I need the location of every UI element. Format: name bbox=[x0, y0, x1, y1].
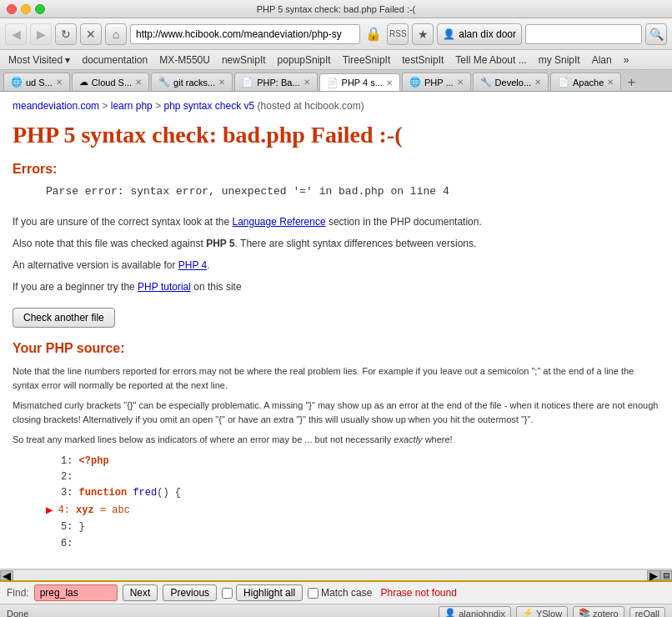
address-bar[interactable] bbox=[130, 24, 360, 44]
maximize-button[interactable] bbox=[35, 4, 45, 14]
home-button[interactable]: ⌂ bbox=[105, 23, 127, 45]
check-another-file-button[interactable]: Check another file bbox=[13, 308, 115, 328]
bookmark-tireesnip[interactable]: TireeSnipIt bbox=[338, 53, 396, 68]
plugin-zotero[interactable]: 📚 zotero bbox=[573, 606, 624, 617]
highlight-area: Highlight all bbox=[222, 584, 303, 601]
forward-button[interactable]: ▶ bbox=[30, 23, 52, 45]
plugin-alanjohndix[interactable]: 👤 alanjohndix bbox=[439, 606, 511, 617]
php-tutorial-link[interactable]: PHP tutorial bbox=[138, 281, 191, 293]
minimize-button[interactable] bbox=[21, 4, 31, 14]
code-line-1: 1: <?php bbox=[46, 454, 659, 469]
paragraph-4: If you are a beginner try the PHP tutori… bbox=[13, 279, 659, 294]
source-note-3: So treat any marked lines below as indic… bbox=[13, 433, 659, 447]
plugin-reqall[interactable]: reQall bbox=[629, 607, 665, 618]
scrollbar-track[interactable] bbox=[13, 570, 647, 580]
highlight-checkbox[interactable] bbox=[222, 588, 233, 599]
profile-icon: 👤 bbox=[443, 28, 455, 40]
breadcrumb-link-2[interactable]: learn php bbox=[111, 100, 153, 112]
arrow-placeholder-2 bbox=[46, 469, 56, 485]
window-controls[interactable] bbox=[7, 4, 45, 14]
match-case-checkbox[interactable] bbox=[308, 588, 318, 599]
bookmark-star[interactable]: ★ bbox=[412, 23, 434, 45]
tab-2[interactable]: 🔧git racks...✕ bbox=[151, 73, 233, 91]
back-button[interactable]: ◀ bbox=[5, 23, 27, 45]
code-text-5: 5: } bbox=[61, 519, 85, 535]
arrow-placeholder-3 bbox=[46, 485, 56, 501]
php5-strong: PHP 5 bbox=[206, 238, 234, 249]
arrow-placeholder-5 bbox=[46, 519, 56, 535]
code-line-4-error: ▶ 4: xyz = abc bbox=[46, 501, 659, 519]
paragraph-1: If you are unsure of the correct syntax … bbox=[13, 214, 659, 229]
tab-7[interactable]: 📄Apache✕ bbox=[550, 73, 621, 91]
arrow-placeholder-6 bbox=[46, 536, 56, 552]
horizontal-scrollbar[interactable]: ◀ ▶ ▤ bbox=[0, 569, 672, 580]
breadcrumb-link-1[interactable]: meandeviation.com bbox=[13, 100, 99, 112]
yslow-label: YSlow bbox=[536, 609, 562, 618]
alanjohndix-icon: 👤 bbox=[444, 608, 456, 617]
bookmark-popupsnip[interactable]: popupSnipIt bbox=[273, 53, 336, 68]
zotero-label: zotero bbox=[593, 609, 619, 618]
code-text-2: 2: bbox=[61, 469, 73, 485]
exactly-em: exactly bbox=[394, 434, 422, 444]
title-bar: PHP 5 syntax check: bad.php Failed :-( bbox=[0, 0, 672, 18]
status-bar: Done 👤 alanjohndix ⚡ YSlow 📚 zotero reQa… bbox=[0, 604, 672, 617]
source-note-1: Note that the line numbers reported for … bbox=[13, 364, 659, 392]
code-line-3: 3: function fred() { bbox=[46, 485, 659, 501]
code-line-2: 2: bbox=[46, 469, 659, 485]
tabs-bar: 🌐ud S...✕ ☁Cloud S...✕ 🔧git racks...✕ 📄P… bbox=[0, 70, 672, 92]
paragraph-3: An alternative version is available for … bbox=[13, 258, 659, 273]
breadcrumb-hosted: (hosted at hcibook.com) bbox=[258, 100, 364, 112]
new-tab-button[interactable]: + bbox=[623, 74, 639, 91]
bookmark-most-visited[interactable]: Most Visited ▾ bbox=[3, 53, 75, 68]
bookmark-testsnip[interactable]: testSnipIt bbox=[397, 53, 449, 68]
tab-5[interactable]: 🌐PHP ...✕ bbox=[402, 73, 471, 91]
lang-ref-link[interactable]: Language Reference bbox=[232, 216, 325, 228]
content-area: meandeviation.com > learn php > php synt… bbox=[0, 92, 672, 569]
tab-1[interactable]: ☁Cloud S...✕ bbox=[72, 73, 149, 91]
code-area: 1: <?php 2: 3: function fred() { ▶ 4: xy… bbox=[46, 454, 659, 552]
bookmark-documentation[interactable]: documentation bbox=[77, 53, 153, 68]
php4-link[interactable]: PHP 4 bbox=[178, 259, 207, 271]
breadcrumb-link-3[interactable]: php syntax check v5 bbox=[163, 100, 254, 112]
bookmark-mysnip[interactable]: my SnipIt bbox=[534, 53, 585, 68]
reqall-label: reQall bbox=[635, 609, 659, 618]
find-next-button[interactable]: Next bbox=[123, 584, 158, 601]
yslow-icon: ⚡ bbox=[522, 608, 534, 617]
page-title: PHP 5 syntax check: bad.php Failed :-( bbox=[13, 122, 659, 148]
error-message: Parse error: syntax error, unexpected '=… bbox=[46, 185, 659, 198]
bookmark-mx-m550u[interactable]: MX-M550U bbox=[154, 53, 215, 68]
scroll-corner[interactable]: ▤ bbox=[660, 570, 672, 580]
bookmark-more[interactable]: » bbox=[619, 53, 634, 68]
close-button[interactable] bbox=[7, 4, 17, 14]
profile-area[interactable]: 👤 alan dix door bbox=[437, 23, 522, 45]
alanjohndix-label: alanjohndix bbox=[459, 609, 505, 618]
stop-button[interactable]: ✕ bbox=[80, 23, 102, 45]
search-input[interactable] bbox=[525, 24, 642, 44]
match-case-label: Match case bbox=[321, 587, 372, 599]
bookmark-newsnip[interactable]: newSnipIt bbox=[217, 53, 271, 68]
breadcrumb: meandeviation.com > learn php > php synt… bbox=[13, 100, 659, 112]
search-button[interactable]: 🔍 bbox=[645, 23, 667, 45]
bookmarks-bar: Most Visited ▾ documentation MX-M550U ne… bbox=[0, 50, 672, 70]
tab-3[interactable]: 📄PHP: Ba...✕ bbox=[234, 73, 317, 91]
code-text-4: 4: xyz = abc bbox=[58, 503, 129, 519]
code-text-1: 1: <?php bbox=[61, 454, 109, 469]
source-note-2: Mismatched curly brackets "{}" can be es… bbox=[13, 399, 659, 426]
scroll-left-btn[interactable]: ◀ bbox=[0, 570, 13, 580]
code-line-5: 5: } bbox=[46, 519, 659, 535]
bookmark-tell-me-about[interactable]: Tell Me About ... bbox=[450, 53, 531, 68]
refresh-button[interactable]: ↻ bbox=[55, 23, 77, 45]
highlight-all-button[interactable]: Highlight all bbox=[236, 584, 303, 601]
tab-0[interactable]: 🌐ud S...✕ bbox=[3, 73, 70, 91]
tab-6[interactable]: 🔧Develo...✕ bbox=[473, 73, 549, 91]
find-input[interactable] bbox=[34, 584, 118, 601]
bookmark-alan[interactable]: Alan bbox=[587, 53, 617, 68]
rss-button[interactable]: RSS bbox=[387, 23, 409, 45]
plugin-yslow[interactable]: ⚡ YSlow bbox=[516, 606, 568, 617]
tab-4-active[interactable]: 📄PHP 4 s...✕ bbox=[319, 73, 400, 92]
security-icon: 🔒 bbox=[364, 24, 384, 44]
code-text-6: 6: bbox=[61, 536, 73, 552]
status-plugins: 👤 alanjohndix ⚡ YSlow 📚 zotero reQall bbox=[439, 606, 665, 617]
find-previous-button[interactable]: Previous bbox=[163, 584, 217, 601]
scroll-right-btn[interactable]: ▶ bbox=[647, 570, 660, 580]
